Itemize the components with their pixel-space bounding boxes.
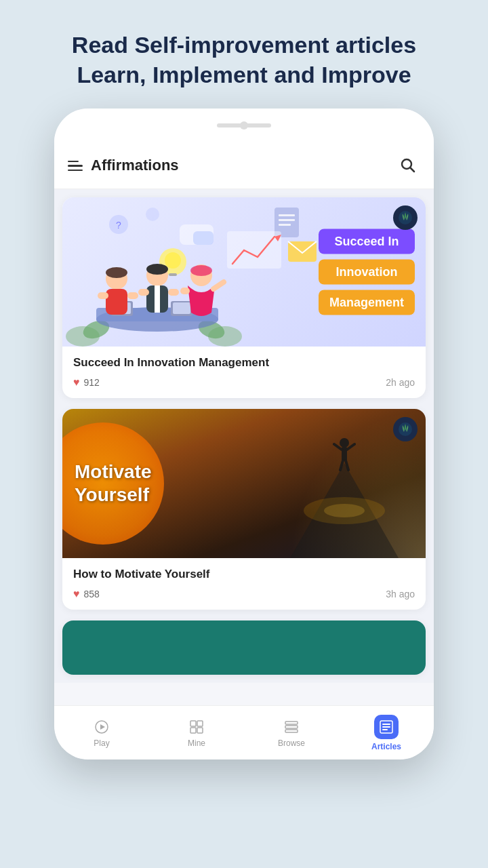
card2-image: Motivate Yourself — [62, 409, 426, 558]
browse-icon — [283, 718, 300, 736]
nav-label-articles: Articles — [371, 742, 401, 751]
svg-line-38 — [214, 282, 224, 289]
svg-rect-8 — [279, 224, 291, 226]
nav-item-mine[interactable]: Mine — [149, 718, 244, 748]
svg-rect-61 — [285, 730, 298, 732]
svg-rect-30 — [127, 292, 138, 299]
heart-icon-1: ♥ — [73, 376, 80, 389]
phone-notch — [54, 108, 434, 142]
nav-label-browse: Browse — [278, 738, 305, 748]
badge-innovation: Innovation — [319, 260, 415, 285]
svg-rect-56 — [197, 721, 203, 726]
svg-rect-35 — [168, 289, 179, 296]
heart-icon-2: ♥ — [73, 588, 80, 600]
svg-rect-33 — [155, 285, 160, 313]
svg-line-1 — [411, 168, 415, 172]
card1-badges: Succeed In Innovation Management — [319, 229, 415, 315]
nav-label-mine: Mine — [188, 738, 205, 748]
svg-point-44 — [340, 438, 349, 448]
svg-rect-34 — [138, 289, 149, 296]
nav-item-articles[interactable]: Articles — [339, 715, 434, 751]
nav-item-play[interactable]: Play — [54, 718, 149, 748]
app-title: Affirmations — [91, 157, 179, 174]
svg-rect-60 — [285, 726, 298, 728]
motivate-text: Motivate Yourself — [75, 461, 152, 507]
articles-icon — [374, 715, 399, 739]
article-card-3-partial[interactable] — [62, 620, 426, 675]
bottom-nav: Play Mine Browse — [54, 705, 434, 760]
svg-rect-63 — [382, 724, 390, 725]
nav-item-browse[interactable]: Browse — [244, 718, 339, 748]
card3-image-partial — [62, 620, 426, 675]
svg-rect-64 — [382, 726, 390, 728]
phone-camera — [240, 121, 248, 130]
svg-rect-58 — [197, 728, 203, 733]
card2-stats: ♥ 858 3h ago — [73, 588, 415, 600]
card1-stats: ♥ 912 2h ago — [73, 376, 415, 389]
feed-container: ? — [54, 189, 434, 683]
likes-count-2: 858 — [84, 589, 100, 599]
mine-icon — [188, 718, 205, 736]
svg-rect-26 — [173, 302, 190, 314]
svg-rect-57 — [190, 728, 196, 733]
svg-rect-37 — [180, 288, 190, 294]
card1-likes: ♥ 912 — [73, 376, 100, 389]
svg-rect-28 — [106, 289, 127, 315]
svg-rect-6 — [279, 214, 295, 216]
likes-count-1: 912 — [84, 377, 100, 388]
time-ago-1: 2h ago — [386, 377, 415, 388]
card1-meta: Succeed In Innovation Management ♥ 912 2… — [62, 347, 426, 398]
svg-rect-5 — [274, 208, 299, 237]
svg-point-39 — [106, 267, 127, 278]
card1-title: Succeed In Innovation Management — [73, 356, 415, 370]
svg-rect-9 — [288, 241, 317, 262]
app-header: Affirmations — [54, 142, 434, 189]
article-card-2[interactable]: Motivate Yourself — [62, 409, 426, 610]
svg-marker-54 — [100, 724, 105, 730]
nav-label-play: Play — [94, 738, 109, 748]
app-header-left: Affirmations — [68, 157, 179, 174]
motivate-word1: Motivate — [75, 461, 152, 484]
svg-rect-29 — [98, 292, 108, 299]
svg-rect-59 — [285, 722, 298, 724]
phone-frame: Affirmations ? — [54, 108, 434, 760]
card1-image: ? — [62, 197, 426, 347]
page-header: Read Self-improvement articles Learn, Im… — [31, 0, 457, 108]
hamburger-menu-icon[interactable] — [68, 161, 83, 172]
app-logo-1 — [393, 205, 418, 230]
svg-point-40 — [146, 264, 168, 275]
time-ago-2: 3h ago — [386, 589, 415, 599]
play-icon — [93, 718, 110, 736]
card2-meta: How to Motivate Yourself ♥ 858 3h ago — [62, 558, 426, 610]
card2-likes: ♥ 858 — [73, 588, 100, 600]
svg-point-41 — [190, 265, 212, 276]
header-line2: Learn, Implement and Improve — [72, 60, 416, 90]
header-line1: Read Self-improvement articles — [72, 30, 416, 60]
badge-succeed-in: Succeed In — [319, 229, 415, 254]
motivate-word2: Yourself — [75, 484, 152, 507]
svg-rect-7 — [279, 219, 295, 221]
svg-point-51 — [324, 504, 365, 517]
article-card-1[interactable]: ? — [62, 197, 426, 398]
svg-rect-55 — [190, 721, 196, 726]
search-button[interactable] — [396, 153, 420, 178]
svg-marker-14 — [274, 235, 281, 241]
badge-management: Management — [319, 290, 415, 315]
svg-rect-65 — [382, 729, 388, 730]
card2-title: How to Motivate Yourself — [73, 568, 415, 581]
